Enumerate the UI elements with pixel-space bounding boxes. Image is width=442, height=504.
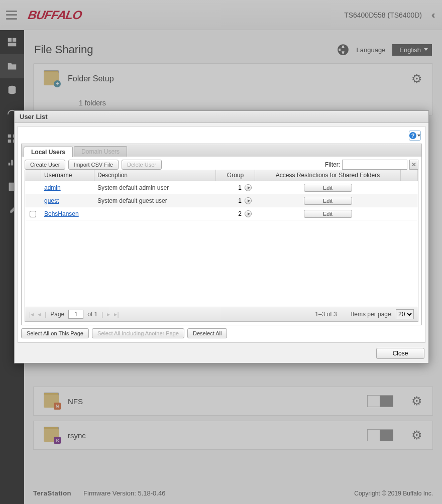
select-all-page-button[interactable]: Select All on This Page xyxy=(21,328,89,338)
row-checkbox[interactable] xyxy=(30,211,36,217)
username-link[interactable]: guest xyxy=(44,197,59,204)
close-button[interactable]: Close xyxy=(376,348,424,359)
pager-last-icon: ▸| xyxy=(114,311,119,318)
select-all-pages-button: Select All Including Another Page xyxy=(92,328,184,338)
row-description: System default guest user xyxy=(94,197,216,204)
table-row: BohsHansen2Edit xyxy=(25,207,418,220)
tabs: Local Users Domain Users xyxy=(21,144,422,157)
pager-next-icon: ▸ xyxy=(107,311,110,318)
import-csv-button[interactable]: Import CSV File xyxy=(68,160,119,170)
expand-group-icon[interactable] xyxy=(245,197,252,204)
expand-group-icon[interactable] xyxy=(245,210,252,217)
modal-title: User List xyxy=(15,111,428,123)
username-link[interactable]: BohsHansen xyxy=(44,210,79,217)
pager-page-label: Page xyxy=(50,311,64,318)
col-username[interactable]: Username xyxy=(41,170,94,181)
group-count: 2 xyxy=(238,210,242,217)
pager-of-label: of 1 xyxy=(87,311,97,318)
create-user-button[interactable]: Create User xyxy=(25,160,65,170)
edit-button[interactable]: Edit xyxy=(304,184,352,192)
ipp-select[interactable]: 20 xyxy=(396,309,414,319)
pager: |◂ ◂ | Page of 1 | ▸ ▸| 1–3 of 3 Items p… xyxy=(25,307,418,322)
delete-user-button: Delete User xyxy=(122,160,162,170)
user-list-modal: User List ? Local Users Domain Users Cre… xyxy=(14,110,429,363)
table-row: adminSystem default admin user1Edit xyxy=(25,181,418,194)
deselect-all-button[interactable]: Deselect All xyxy=(187,328,227,338)
filter-input[interactable] xyxy=(342,160,407,170)
col-spacer xyxy=(401,170,418,181)
group-count: 1 xyxy=(238,197,242,204)
expand-group-icon[interactable] xyxy=(245,184,252,191)
help-button[interactable]: ? xyxy=(409,131,421,141)
col-description[interactable]: Description xyxy=(94,170,216,181)
filter-label: Filter: xyxy=(325,161,340,168)
pager-first-icon: |◂ xyxy=(29,311,34,318)
col-access[interactable]: Access Restrictions for Shared Folders xyxy=(255,170,401,181)
filter-clear-button[interactable]: ✕ xyxy=(409,160,418,170)
pager-prev-icon: ◂ xyxy=(38,311,41,318)
edit-button[interactable]: Edit xyxy=(304,210,352,218)
pager-range: 1–3 of 3 xyxy=(315,311,337,318)
col-group[interactable]: Group xyxy=(216,170,255,181)
username-link[interactable]: admin xyxy=(44,184,61,191)
row-description: System default admin user xyxy=(94,184,216,191)
tab-domain-users[interactable]: Domain Users xyxy=(74,146,127,157)
ipp-label: Items per page: xyxy=(351,311,393,318)
table-row: guestSystem default guest user1Edit xyxy=(25,194,418,207)
edit-button[interactable]: Edit xyxy=(304,197,352,205)
col-checkbox xyxy=(25,170,41,181)
group-count: 1 xyxy=(238,184,242,191)
pager-page-input[interactable] xyxy=(68,310,83,319)
tab-local-users[interactable]: Local Users xyxy=(24,147,73,157)
